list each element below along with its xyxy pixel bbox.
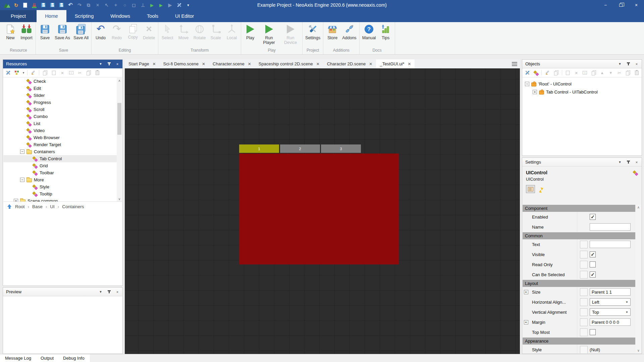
tips-button[interactable]: Tips <box>378 22 394 48</box>
paste-icon[interactable] <box>633 69 640 76</box>
auto-hide-pin-icon[interactable] <box>106 61 112 67</box>
collapse-icon[interactable]: − <box>20 178 24 182</box>
message-log-tab[interactable]: Message Log <box>5 356 31 361</box>
window-position-icon[interactable]: ▾ <box>98 61 103 67</box>
save-as-icon[interactable] <box>49 2 55 8</box>
property-default-box[interactable] <box>580 288 588 296</box>
cut-icon[interactable]: ✂ <box>76 69 83 76</box>
property-default-box[interactable] <box>580 298 588 306</box>
tree-item[interactable]: Slider <box>3 92 117 99</box>
redo-icon[interactable]: ↷ <box>76 2 83 8</box>
move-icon[interactable]: + <box>113 2 119 8</box>
output-tab[interactable]: Output <box>41 356 54 361</box>
scale-button[interactable]: Scale <box>208 22 224 48</box>
settings-scrollbar[interactable]: ∧ ∨ <box>636 204 641 353</box>
move-button[interactable]: Move <box>175 22 192 48</box>
window-position-icon[interactable]: ▾ <box>617 61 623 67</box>
property-default-box[interactable] <box>580 308 588 316</box>
run-player-icon[interactable]: ▶ <box>158 2 164 8</box>
undo-icon[interactable]: ↶ <box>67 2 73 8</box>
tree-item[interactable]: Grid <box>3 162 117 169</box>
document-tab[interactable]: Spaceship control 2D.scene✕ <box>255 59 323 68</box>
scale-icon[interactable]: ◻ <box>131 2 137 8</box>
close-tab-icon[interactable]: ✕ <box>369 62 372 66</box>
tree-item[interactable]: Scroll <box>3 106 117 113</box>
new-button[interactable]: New <box>2 22 18 48</box>
close-tab-icon[interactable]: ✕ <box>202 62 205 66</box>
options-icon[interactable] <box>5 69 11 76</box>
scroll-up-icon[interactable]: ∧ <box>637 205 640 209</box>
name-input[interactable] <box>590 223 631 231</box>
components-icon[interactable] <box>533 69 539 76</box>
document-tab[interactable]: Sci-fi Demo.scene✕ <box>160 59 209 68</box>
addons-button[interactable]: Addons <box>340 22 358 48</box>
scrollbar-thumb[interactable] <box>117 103 121 135</box>
tree-item[interactable]: Edit <box>3 85 117 92</box>
auto-hide-pin-icon[interactable] <box>106 289 112 295</box>
debug-info-tab[interactable]: Debug Info <box>63 356 85 361</box>
breadcrumb-item[interactable]: Containers <box>62 204 84 209</box>
expand-icon[interactable]: + <box>524 290 528 294</box>
close-icon[interactable]: × <box>634 160 639 165</box>
qat-menu-icon[interactable]: ▾ <box>185 2 191 8</box>
horizontal-alignment-select[interactable]: Left▼ <box>590 298 631 306</box>
scroll-down-icon[interactable]: ∨ <box>637 349 640 352</box>
property-default-box[interactable] <box>580 328 588 336</box>
tab-project[interactable]: Project <box>0 10 37 22</box>
tab-home[interactable]: Home <box>37 10 66 22</box>
edited-tab-button-1[interactable]: 1 <box>239 144 279 153</box>
move-down-icon[interactable]: ▼ <box>607 69 614 76</box>
restore-button[interactable] <box>613 0 629 10</box>
store-button[interactable]: Store <box>324 22 340 48</box>
tab-scripting[interactable]: Scripting <box>66 10 102 22</box>
paste-icon[interactable] <box>94 69 101 76</box>
undo-button[interactable]: ↶ Undo <box>93 22 109 48</box>
new-file-icon[interactable] <box>22 2 28 8</box>
margin-input[interactable] <box>590 318 631 326</box>
edited-tab-button-3[interactable]: 3 <box>321 144 361 153</box>
tree-item-folder[interactable]: −Containers <box>3 148 117 155</box>
duplicate-icon[interactable] <box>42 69 48 76</box>
property-default-box[interactable] <box>580 241 588 248</box>
close-tab-icon[interactable]: ✕ <box>152 62 156 66</box>
events-view-icon[interactable] <box>537 185 546 193</box>
document-tab[interactable]: Character.scene✕ <box>209 59 255 68</box>
view-mode-icon[interactable] <box>13 69 20 76</box>
run-device-icon[interactable]: ▶ <box>167 2 173 8</box>
tree-item[interactable]: Video <box>3 127 117 134</box>
windows-icon[interactable] <box>553 69 559 76</box>
copy-button[interactable]: Copy <box>125 22 141 48</box>
settings-icon[interactable] <box>176 2 182 8</box>
minimize-button[interactable]: − <box>598 0 613 10</box>
copy-icon[interactable] <box>625 69 632 76</box>
copy-icon[interactable]: ⧉ <box>86 2 92 8</box>
delete-icon[interactable]: × <box>573 69 580 76</box>
new-object-icon[interactable] <box>565 69 571 76</box>
rotate-icon[interactable]: ○ <box>122 2 128 8</box>
tree-item[interactable]: Check <box>3 78 117 85</box>
local-icon[interactable]: ⊥ <box>140 2 146 8</box>
tree-item[interactable]: List <box>3 120 117 127</box>
scroll-up-icon[interactable]: ∧ <box>118 78 120 83</box>
expand-icon[interactable]: + <box>14 199 18 201</box>
save-button[interactable]: Save <box>37 22 53 48</box>
vertical-alignment-select[interactable]: Top▼ <box>590 308 631 316</box>
scroll-down-icon[interactable]: ∨ <box>118 197 120 201</box>
copy-icon[interactable] <box>85 69 92 76</box>
tree-item[interactable]: Render Target <box>3 141 117 148</box>
select-icon[interactable]: ↖ <box>104 2 110 8</box>
delete-icon[interactable]: × <box>59 69 66 76</box>
collapse-icon[interactable]: − <box>525 82 529 86</box>
sync-icon[interactable]: ↻ <box>13 2 19 8</box>
breadcrumb-item[interactable]: Base <box>32 204 43 209</box>
expand-icon[interactable]: + <box>533 90 537 94</box>
property-default-box[interactable] <box>580 346 588 354</box>
enabled-checkbox[interactable]: ✓ <box>590 214 596 220</box>
tab-windows[interactable]: Windows <box>102 10 139 22</box>
rename-icon[interactable]: I <box>582 69 588 76</box>
tab-ui-editor[interactable]: UI Editor <box>167 10 202 22</box>
property-default-box[interactable] <box>580 271 588 279</box>
text-input[interactable] <box>590 241 631 248</box>
expand-icon[interactable]: + <box>524 320 528 324</box>
ui-editor-canvas[interactable]: 1 2 3 <box>125 68 520 354</box>
